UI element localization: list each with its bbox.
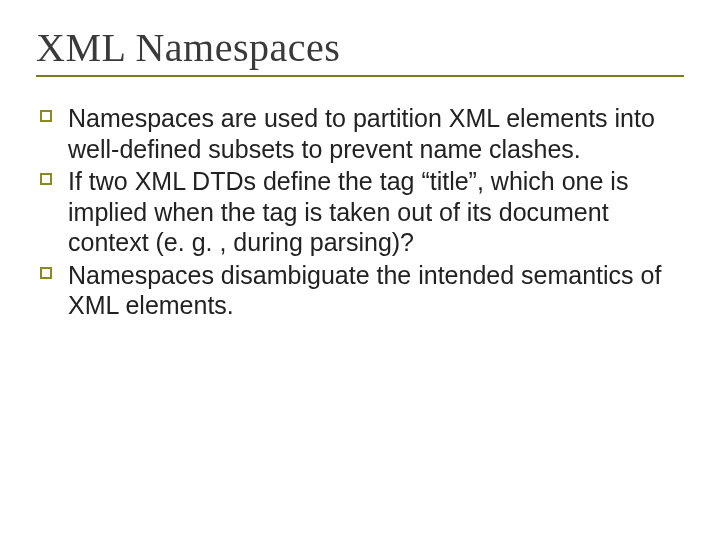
- bullet-text: If two XML DTDs define the tag “title”, …: [68, 167, 628, 256]
- square-bullet-icon: [40, 173, 52, 185]
- list-item: If two XML DTDs define the tag “title”, …: [40, 166, 684, 258]
- list-item: Namespaces are used to partition XML ele…: [40, 103, 684, 164]
- list-item: Namespaces disambiguate the intended sem…: [40, 260, 684, 321]
- bullet-text: Namespaces are used to partition XML ele…: [68, 104, 655, 163]
- bullet-text: Namespaces disambiguate the intended sem…: [68, 261, 661, 320]
- bullet-list: Namespaces are used to partition XML ele…: [36, 103, 684, 321]
- slide: XML Namespaces Namespaces are used to pa…: [0, 0, 720, 540]
- slide-title: XML Namespaces: [36, 24, 684, 71]
- square-bullet-icon: [40, 267, 52, 279]
- square-bullet-icon: [40, 110, 52, 122]
- title-underline: [36, 75, 684, 77]
